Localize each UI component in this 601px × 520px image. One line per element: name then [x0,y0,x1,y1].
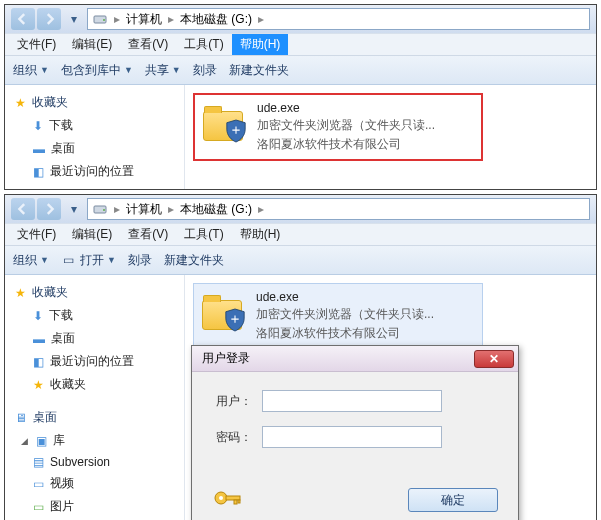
sidebar-favorites-header[interactable]: ★收藏夹 [5,91,184,114]
svg-point-1 [103,19,105,21]
nav-history-dropdown[interactable]: ▾ [67,8,81,30]
download-icon: ⬇ [33,309,43,323]
breadcrumb-drive[interactable]: 本地磁盘 (G:) [180,11,252,28]
toolbar-newfolder[interactable]: 新建文件夹 [164,252,224,269]
toolbar-organize[interactable]: 组织▼ [13,62,49,79]
file-item-icon [200,290,246,330]
toolbar: 组织▼ ▭打开▼ 刻录 新建文件夹 [5,245,596,275]
toolbar: 组织▼ 包含到库中▼ 共享▼ 刻录 新建文件夹 [5,55,596,85]
star-icon: ★ [33,378,44,392]
sidebar-item-subversion[interactable]: ▤Subversion [5,452,184,472]
video-icon: ▭ [33,477,44,491]
open-icon: ▭ [61,252,77,268]
close-icon: ✕ [489,352,499,366]
star-icon: ★ [15,286,26,300]
address-bar[interactable]: ▸ 计算机 ▸ 本地磁盘 (G:) ▸ [87,8,590,30]
menu-file[interactable]: 文件(F) [9,224,64,245]
menu-tools[interactable]: 工具(T) [176,34,231,55]
breadcrumb-computer[interactable]: 计算机 [126,201,162,218]
svg-point-3 [103,209,105,211]
breadcrumb-sep: ▸ [168,202,174,216]
toolbar-include[interactable]: 包含到库中▼ [61,62,133,79]
file-item[interactable]: ude.exe 加密文件夹浏览器（文件夹只读... 洛阳夏冰软件技术有限公司 [193,283,483,349]
sidebar-item-favorites[interactable]: ★收藏夹 [5,373,184,396]
content-pane[interactable]: ude.exe 加密文件夹浏览器（文件夹只读... 洛阳夏冰软件技术有限公司 [185,85,596,189]
file-name: ude.exe [257,101,435,115]
menu-bar: 文件(F) 编辑(E) 查看(V) 工具(T) 帮助(H) [5,223,596,245]
nav-forward-button[interactable] [37,198,61,220]
desktop-icon: ▬ [33,332,45,346]
close-button[interactable]: ✕ [474,350,514,368]
breadcrumb-sep: ▸ [114,12,120,26]
svg-point-5 [219,496,223,500]
sidebar-item-downloads[interactable]: ⬇下载 [5,114,184,137]
desktop-icon: ▬ [33,142,45,156]
file-item-icon [201,101,247,141]
sidebar-item-library[interactable]: ◢▣库 [5,429,184,452]
nav-history-dropdown[interactable]: ▾ [67,198,81,220]
library-icon: ▣ [36,434,47,448]
dialog-titlebar[interactable]: 用户登录 ✕ [192,346,518,372]
sidebar-item-desktop[interactable]: ▬桌面 [5,327,184,350]
toolbar-burn[interactable]: 刻录 [128,252,152,269]
picture-icon: ▭ [33,500,44,514]
content-pane[interactable]: ude.exe 加密文件夹浏览器（文件夹只读... 洛阳夏冰软件技术有限公司 用… [185,275,596,520]
nav-back-button[interactable] [11,8,35,30]
download-icon: ⬇ [33,119,43,133]
sidebar-item-recent[interactable]: ◧最近访问的位置 [5,350,184,373]
titlebar: ▾ ▸ 计算机 ▸ 本地磁盘 (G:) ▸ [5,195,596,223]
titlebar: ▾ ▸ 计算机 ▸ 本地磁盘 (G:) ▸ [5,5,596,33]
recent-icon: ◧ [33,355,44,369]
sidebar: ★收藏夹 ⬇下载 ▬桌面 ◧最近访问的位置 [5,85,185,189]
breadcrumb-sep: ▸ [258,12,264,26]
toolbar-organize[interactable]: 组织▼ [13,252,49,269]
file-name: ude.exe [256,290,434,304]
breadcrumb-sep: ▸ [258,202,264,216]
desktop-icon: 🖥 [15,411,27,425]
toolbar-newfolder[interactable]: 新建文件夹 [229,62,289,79]
menu-edit[interactable]: 编辑(E) [64,224,120,245]
shield-icon [225,119,247,143]
recent-icon: ◧ [33,165,44,179]
nav-forward-button[interactable] [37,8,61,30]
sidebar: ★收藏夹 ⬇下载 ▬桌面 ◧最近访问的位置 ★收藏夹 🖥桌面 ◢▣库 ▤Subv… [5,275,185,520]
sidebar-item-recent[interactable]: ◧最近访问的位置 [5,160,184,183]
menu-edit[interactable]: 编辑(E) [64,34,120,55]
ok-button[interactable]: 确定 [408,488,498,512]
menu-view[interactable]: 查看(V) [120,224,176,245]
menu-view[interactable]: 查看(V) [120,34,176,55]
nav-back-button[interactable] [11,198,35,220]
file-company: 洛阳夏冰软件技术有限公司 [256,325,434,342]
sidebar-favorites-header[interactable]: ★收藏夹 [5,281,184,304]
dialog-title: 用户登录 [202,350,250,367]
breadcrumb-drive[interactable]: 本地磁盘 (G:) [180,201,252,218]
address-bar[interactable]: ▸ 计算机 ▸ 本地磁盘 (G:) ▸ [87,198,590,220]
menu-tools[interactable]: 工具(T) [176,224,231,245]
menu-help[interactable]: 帮助(H) [232,224,289,245]
star-icon: ★ [15,96,26,110]
svg-rect-6 [226,496,240,500]
window-top: ▾ ▸ 计算机 ▸ 本地磁盘 (G:) ▸ 文件(F) 编辑(E) 查看(V) … [4,4,597,190]
key-icon [212,486,242,514]
sidebar-desktop-header[interactable]: 🖥桌面 [5,406,184,429]
breadcrumb-sep: ▸ [114,202,120,216]
toolbar-open[interactable]: ▭打开▼ [61,252,116,269]
folder-icon: ▤ [33,455,44,469]
menu-bar: 文件(F) 编辑(E) 查看(V) 工具(T) 帮助(H) [5,33,596,55]
toolbar-burn[interactable]: 刻录 [193,62,217,79]
sidebar-item-video[interactable]: ▭视频 [5,472,184,495]
menu-help[interactable]: 帮助(H) [232,34,289,55]
menu-file[interactable]: 文件(F) [9,34,64,55]
breadcrumb-computer[interactable]: 计算机 [126,11,162,28]
file-desc: 加密文件夹浏览器（文件夹只读... [257,117,435,134]
collapse-icon[interactable]: ◢ [19,435,30,446]
window-bottom: ▾ ▸ 计算机 ▸ 本地磁盘 (G:) ▸ 文件(F) 编辑(E) 查看(V) … [4,194,597,520]
user-input[interactable] [262,390,442,412]
sidebar-item-downloads[interactable]: ⬇下载 [5,304,184,327]
file-item-highlighted[interactable]: ude.exe 加密文件夹浏览器（文件夹只读... 洛阳夏冰软件技术有限公司 [193,93,483,161]
password-input[interactable] [262,426,442,448]
shield-icon [224,308,246,332]
sidebar-item-desktop[interactable]: ▬桌面 [5,137,184,160]
toolbar-share[interactable]: 共享▼ [145,62,181,79]
sidebar-item-pictures[interactable]: ▭图片 [5,495,184,518]
